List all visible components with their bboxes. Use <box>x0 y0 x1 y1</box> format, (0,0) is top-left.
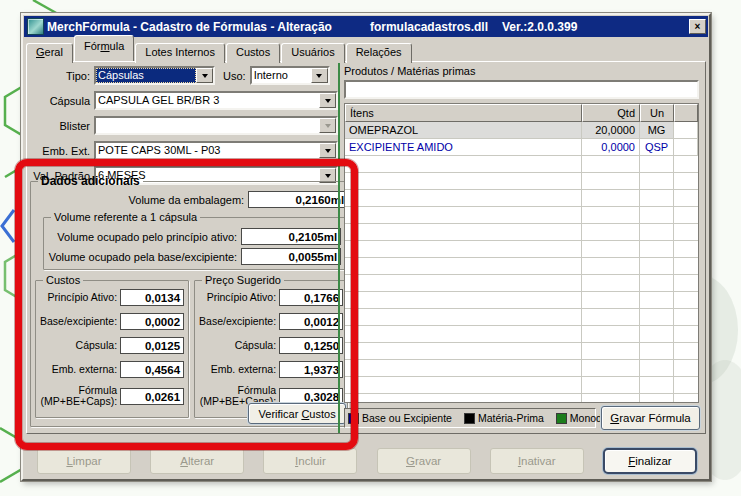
capsula-dropdown-arrow-icon[interactable] <box>319 93 336 108</box>
custo-principio-ativo-label: Princípio Ativo: <box>40 292 117 303</box>
app-icon <box>27 18 44 35</box>
custo-principio-ativo-field[interactable]: 0,0134 <box>120 289 184 306</box>
verificar-custos-button[interactable]: Verificar Custos <box>248 403 346 424</box>
limpar-button[interactable]: Limpar <box>37 448 131 474</box>
column-header-un[interactable]: Un <box>640 104 674 122</box>
footer-buttons: Limpar Alterar Incluir Gravar Inativar F… <box>23 445 709 477</box>
legend-materia-prima-label: Matéria-Prima <box>478 412 544 424</box>
tab-strip: Geral Fórmula Lotes Internos Custos Usuá… <box>23 38 709 62</box>
dados-adicionais-title: Dados adicionais <box>38 174 143 188</box>
custo-base-excipiente-field[interactable]: 0,0002 <box>120 313 184 330</box>
table-row[interactable]: EXCIPIENTE AMIDO 0,0000 QSP <box>345 139 698 156</box>
emb-ext-combobox[interactable]: POTE CAPS 30ML - P03 <box>94 141 338 160</box>
legend-monodroga-swatch <box>556 413 567 424</box>
volume-embalagem-label: Volume da embalagem: <box>35 194 244 206</box>
tab-page-formula: Tipo: Cápsulas Uso: Interno Cápsula CAPS… <box>26 61 706 434</box>
tab-formula[interactable]: Fórmula <box>74 35 134 61</box>
tab-custos[interactable]: Custos <box>226 43 280 63</box>
volume-base-excipiente-label: Volume ocupado pela base/excipiente: <box>48 251 237 263</box>
preco-base-excipiente-field[interactable]: 0,0012 <box>279 313 343 330</box>
preco-capsula-label: Cápsula: <box>199 340 276 351</box>
custo-capsula-label: Cápsula: <box>40 340 117 351</box>
preco-emb-externa-label: Emb. externa: <box>199 364 276 375</box>
volume-embalagem-field[interactable]: 0,2160ml <box>248 191 348 208</box>
column-header-itens[interactable]: Ítens <box>345 104 582 122</box>
custos-group: Custos Princípio Ativo:0,0134 Base/excip… <box>35 274 189 418</box>
preco-capsula-field[interactable]: 0,1250 <box>279 337 343 354</box>
inativar-button[interactable]: Inativar <box>490 448 584 474</box>
tipo-dropdown-arrow-icon[interactable] <box>196 68 213 83</box>
title-bar[interactable]: MerchFórmula - Cadastro de Fórmulas - Al… <box>24 16 708 37</box>
table-empty-rows <box>345 156 698 402</box>
blister-label: Blister <box>30 120 90 132</box>
tab-relacoes[interactable]: Relações <box>346 43 412 63</box>
volume-capsula-group: Volume referente a 1 cápsula Volume ocup… <box>43 211 346 270</box>
preco-base-excipiente-label: Base/excipiente: <box>199 316 276 327</box>
custo-formula-label: Fórmula (MP+BE+Caps): <box>40 385 117 407</box>
produtos-panel: Produtos / Matérias primas Ítens Qtd Un … <box>338 62 703 433</box>
produtos-title: Produtos / Matérias primas <box>344 65 699 78</box>
legend-materia-prima-swatch <box>464 413 475 424</box>
close-button[interactable]: × <box>689 19 706 34</box>
column-header-extra <box>674 104 698 122</box>
window-module: formulacadastros.dll <box>370 20 488 34</box>
column-header-qtd[interactable]: Qtd <box>582 104 640 122</box>
uso-label: Uso: <box>223 70 246 82</box>
tab-geral[interactable]: Geral <box>26 43 73 63</box>
blister-combobox <box>94 116 338 135</box>
preco-principio-ativo-label: Princípio Ativo: <box>199 292 276 303</box>
custo-formula-field[interactable]: 0,0261 <box>120 388 184 405</box>
preco-sugerido-group: Preço Sugerido Princípio Ativo:0,1766 Ba… <box>194 274 348 418</box>
capsula-label: Cápsula <box>30 95 90 107</box>
emb-ext-label: Emb. Ext. <box>30 145 90 157</box>
custo-emb-externa-field[interactable]: 0,4564 <box>120 361 184 378</box>
produtos-table[interactable]: Ítens Qtd Un OMEPRAZOL 20,0000 MG EXCIPI… <box>344 103 699 403</box>
volume-base-excipiente-field[interactable]: 0,0055ml <box>241 248 341 265</box>
formula-form: Tipo: Cápsulas Uso: Interno Cápsula CAPS… <box>30 66 338 191</box>
blister-dropdown-arrow-icon <box>319 118 336 133</box>
dados-adicionais-group: Dados adicionais Volume da embalagem: 0,… <box>30 174 353 427</box>
finalizar-button[interactable]: Finalizar <box>603 448 697 474</box>
custo-emb-externa-label: Emb. externa: <box>40 364 117 375</box>
legend-base-excipiente-swatch <box>348 413 359 424</box>
tipo-label: Tipo: <box>30 70 90 82</box>
uso-combobox[interactable]: Interno <box>250 66 330 85</box>
capsula-combobox[interactable]: CAPSULA GEL BR/BR 3 <box>94 91 338 110</box>
close-icon: × <box>695 21 701 32</box>
preco-formula-field[interactable]: 0,3028 <box>279 388 343 405</box>
emb-ext-dropdown-arrow-icon[interactable] <box>319 143 336 158</box>
legend-bar: Base ou Excipiente Matéria-Prima Monodro… <box>344 408 596 428</box>
table-header: Ítens Qtd Un <box>345 104 698 122</box>
preco-principio-ativo-field[interactable]: 0,1766 <box>279 289 343 306</box>
volume-principio-ativo-field[interactable]: 0,2105ml <box>241 228 341 245</box>
volume-capsula-title: Volume referente a 1 cápsula <box>51 211 200 223</box>
gravar-formula-button[interactable]: Gravar Fórmula <box>601 406 700 430</box>
window-title: MerchFórmula - Cadastro de Fórmulas - Al… <box>47 20 332 34</box>
uso-dropdown-arrow-icon[interactable] <box>311 68 328 83</box>
custo-base-excipiente-label: Base/excipiente: <box>40 316 117 327</box>
custo-capsula-field[interactable]: 0,0125 <box>120 337 184 354</box>
table-row[interactable]: OMEPRAZOL 20,0000 MG <box>345 122 698 139</box>
incluir-button[interactable]: Incluir <box>263 448 357 474</box>
legend-base-excipiente-label: Base ou Excipiente <box>362 412 452 424</box>
volume-principio-ativo-label: Volume ocupado pelo princípio ativo: <box>48 231 237 243</box>
gravar-button[interactable]: Gravar <box>377 448 471 474</box>
app-window: MerchFórmula - Cadastro de Fórmulas - Al… <box>21 13 711 481</box>
preco-emb-externa-field[interactable]: 1,9373 <box>279 361 343 378</box>
alterar-button[interactable]: Alterar <box>150 448 244 474</box>
produtos-search-input[interactable] <box>344 80 699 99</box>
custos-title: Custos <box>43 274 83 286</box>
tab-lotes-internos[interactable]: Lotes Internos <box>135 43 225 63</box>
tipo-combobox[interactable]: Cápsulas <box>94 66 215 85</box>
window-version: Ver.:2.0.0.399 <box>502 20 577 34</box>
tab-usuarios[interactable]: Usuários <box>281 43 344 63</box>
preco-sugerido-title: Preço Sugerido <box>202 274 284 286</box>
